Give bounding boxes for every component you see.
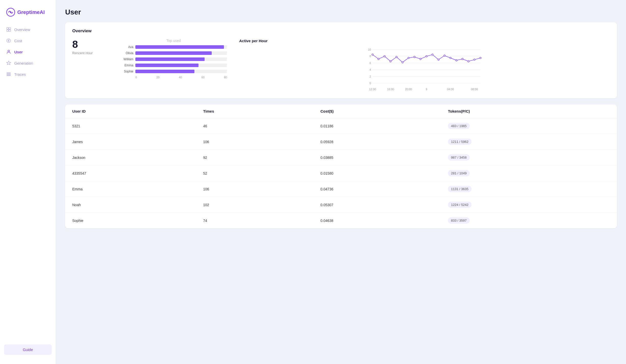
bar-label: Sophie bbox=[120, 70, 133, 73]
cell-times: 106 bbox=[196, 134, 313, 150]
svg-point-39 bbox=[432, 54, 433, 55]
svg-point-1 bbox=[10, 11, 11, 13]
grid-icon bbox=[6, 27, 11, 32]
cell-cost: 0.05307 bbox=[313, 197, 441, 213]
stat-block: 8 Rencent Hour bbox=[72, 39, 108, 55]
cell-times: 102 bbox=[196, 197, 313, 213]
bar-track bbox=[135, 64, 227, 67]
cell-cost: 0.04736 bbox=[313, 181, 441, 197]
svg-point-30 bbox=[378, 58, 379, 60]
cell-tokens: 483 / 1985 bbox=[441, 118, 617, 134]
svg-rect-9 bbox=[7, 74, 11, 74]
table-row: Noah 102 0.05307 1224 / 5242 bbox=[65, 197, 617, 213]
cell-cost: 0.01580 bbox=[313, 165, 441, 181]
table-row: 4335547 52 0.01580 281 / 1049 bbox=[65, 165, 617, 181]
overview-card-title: Overview bbox=[72, 28, 610, 34]
svg-text:4: 4 bbox=[369, 68, 371, 71]
cell-times: 106 bbox=[196, 181, 313, 197]
sidebar-item-label-cost: Cost bbox=[14, 39, 22, 43]
svg-point-44 bbox=[462, 58, 463, 60]
bar-fill bbox=[135, 64, 198, 67]
bar-row: William bbox=[120, 57, 227, 61]
bar-track bbox=[135, 51, 227, 55]
bar-row: Emma bbox=[120, 64, 227, 67]
cell-user-id: 5321 bbox=[65, 118, 196, 134]
token-badge: 1131 / 3635 bbox=[448, 186, 472, 192]
bar-chart-title: Top used bbox=[120, 39, 227, 43]
svg-point-40 bbox=[438, 59, 439, 60]
bar-track bbox=[135, 57, 227, 61]
sidebar-footer: Guide bbox=[0, 340, 56, 359]
svg-point-29 bbox=[372, 54, 373, 55]
line-chart-svg: 024681012:0016:0020:00904:0008:00 bbox=[239, 46, 610, 91]
cell-tokens: 1131 / 3635 bbox=[441, 181, 617, 197]
col-header-user-id: User ID bbox=[65, 104, 196, 118]
star-icon bbox=[6, 60, 11, 66]
bar-row: Sophie bbox=[120, 70, 227, 73]
bar-chart: Ava Olivia William Emma Sophie bbox=[120, 45, 227, 73]
user-table: User ID Times Cost($) Tokens(P/C) 5321 4… bbox=[65, 104, 617, 228]
col-header-tokens: Tokens(P/C) bbox=[441, 104, 617, 118]
token-badge: 1224 / 5242 bbox=[448, 202, 472, 208]
cell-tokens: 1211 / 5962 bbox=[441, 134, 617, 150]
list-icon bbox=[6, 72, 11, 77]
svg-rect-4 bbox=[7, 30, 9, 32]
bar-row: Olivia bbox=[120, 51, 227, 55]
svg-rect-8 bbox=[7, 73, 11, 73]
table-row: Emma 106 0.04736 1131 / 3635 bbox=[65, 181, 617, 197]
line-chart-container: Active per Hour 024681012:0016:0020:0090… bbox=[239, 39, 610, 92]
overview-card: Overview 8 Rencent Hour Top used Ava Oli… bbox=[65, 22, 617, 98]
svg-text:2: 2 bbox=[369, 75, 371, 78]
svg-text:0: 0 bbox=[369, 82, 371, 85]
bar-label: Olivia bbox=[120, 51, 133, 55]
sidebar-item-label-user: User bbox=[14, 50, 23, 54]
svg-text:8: 8 bbox=[369, 55, 371, 58]
svg-point-41 bbox=[444, 55, 445, 56]
sidebar-item-label-traces: Traces bbox=[14, 72, 26, 77]
cell-times: 46 bbox=[196, 118, 313, 134]
cell-times: 52 bbox=[196, 165, 313, 181]
svg-rect-2 bbox=[7, 28, 9, 29]
svg-point-42 bbox=[450, 57, 451, 59]
svg-text:6: 6 bbox=[369, 62, 371, 65]
svg-text:9: 9 bbox=[426, 88, 427, 91]
cell-user-id: Sophie bbox=[65, 213, 196, 229]
svg-point-46 bbox=[474, 59, 475, 60]
svg-text:04:00: 04:00 bbox=[447, 88, 454, 91]
cell-times: 92 bbox=[196, 150, 313, 165]
svg-text:20:00: 20:00 bbox=[405, 88, 412, 91]
token-badge: 833 / 3597 bbox=[448, 217, 470, 224]
bar-label: Ava bbox=[120, 45, 133, 49]
cell-tokens: 987 / 3458 bbox=[441, 150, 617, 165]
guide-button[interactable]: Guide bbox=[4, 344, 52, 355]
svg-point-7 bbox=[8, 50, 10, 52]
svg-text:08:00: 08:00 bbox=[471, 88, 478, 91]
sidebar-item-generation[interactable]: Generation bbox=[0, 57, 56, 69]
cell-cost: 0.01186 bbox=[313, 118, 441, 134]
svg-text:16:00: 16:00 bbox=[387, 88, 394, 91]
sidebar-item-cost[interactable]: Cost bbox=[0, 35, 56, 46]
svg-point-34 bbox=[402, 62, 403, 63]
svg-point-31 bbox=[384, 55, 385, 57]
svg-rect-5 bbox=[9, 30, 11, 32]
svg-point-45 bbox=[468, 60, 469, 62]
svg-point-37 bbox=[420, 58, 421, 60]
bar-track bbox=[135, 70, 227, 73]
svg-point-36 bbox=[414, 56, 415, 58]
dollar-icon bbox=[6, 38, 11, 43]
bar-fill bbox=[135, 51, 212, 55]
sidebar-item-user[interactable]: User bbox=[0, 46, 56, 57]
bar-fill bbox=[135, 57, 205, 61]
bar-fill bbox=[135, 45, 224, 49]
cell-tokens: 833 / 3597 bbox=[441, 213, 617, 229]
col-header-cost: Cost($) bbox=[313, 104, 441, 118]
sidebar-item-traces[interactable]: Traces bbox=[0, 69, 56, 80]
cell-times: 74 bbox=[196, 213, 313, 229]
bar-axis: 0 20 40 60 80 bbox=[120, 76, 227, 79]
sidebar-item-label-overview: Overview bbox=[14, 27, 30, 32]
cell-tokens: 1224 / 5242 bbox=[441, 197, 617, 213]
sidebar-item-label-generation: Generation bbox=[14, 61, 33, 65]
sidebar-item-overview[interactable]: Overview bbox=[0, 24, 56, 35]
cell-user-id: Emma bbox=[65, 181, 196, 197]
col-header-times: Times bbox=[196, 104, 313, 118]
